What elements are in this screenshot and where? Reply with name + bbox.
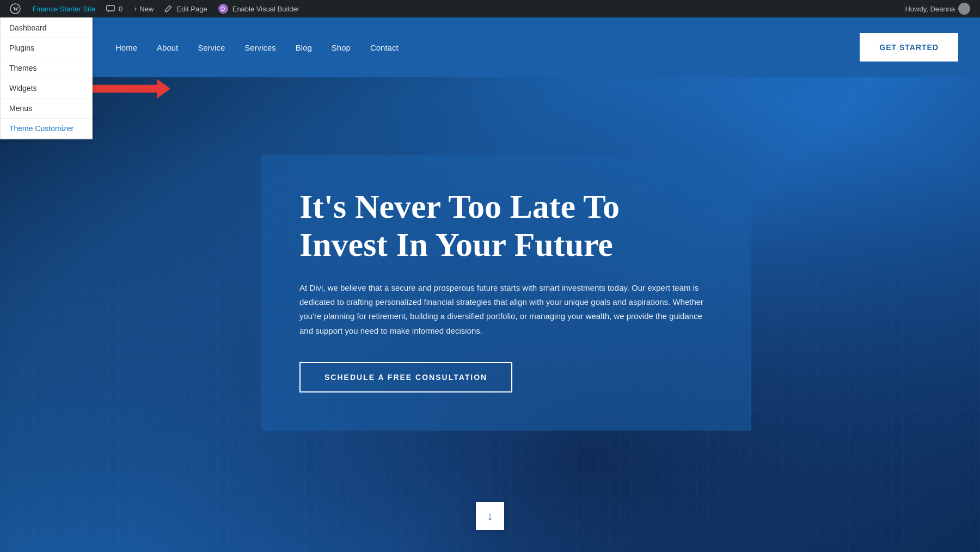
comment-bubble-icon <box>106 5 117 13</box>
dropdown-dashboard[interactable]: Dashboard <box>1 18 92 38</box>
hero-section: It's Never Too Late To Invest In Your Fu… <box>0 77 980 552</box>
scroll-down-button[interactable]: ↓ <box>476 502 504 530</box>
arrow-shape <box>81 79 170 99</box>
hero-title: It's Never Too Late To Invest In Your Fu… <box>299 188 713 263</box>
edit-page-item[interactable]: Edit Page <box>159 0 212 17</box>
site-name-item[interactable]: Finance Starter Site <box>27 0 101 17</box>
get-started-button[interactable]: GET STARTED <box>860 33 958 62</box>
admin-bar: W Finance Starter Site 0 + New Edit Page… <box>0 0 980 17</box>
site-name-label: Finance Starter Site <box>33 5 95 13</box>
nav-service[interactable]: Service <box>198 43 225 52</box>
appearance-dropdown: Dashboard Plugins Themes Widgets Menus T… <box>0 17 93 139</box>
hero-description: At Divi, we believe that a secure and pr… <box>299 281 713 338</box>
nav-services[interactable]: Services <box>244 43 276 52</box>
svg-rect-2 <box>107 5 114 11</box>
schedule-consultation-button[interactable]: SCHEDULE A FREE CONSULTATION <box>299 362 512 392</box>
divi-icon: D <box>218 4 228 14</box>
new-label: + New <box>133 5 154 13</box>
down-arrow-icon: ↓ <box>487 509 493 523</box>
comments-count: 0 <box>119 5 122 13</box>
dropdown-menus[interactable]: Menus <box>1 99 92 119</box>
dropdown-themes[interactable]: Themes <box>1 58 92 78</box>
avatar <box>958 3 970 15</box>
new-item[interactable]: + New <box>128 0 159 17</box>
divi-builder-item[interactable]: D Enable Visual Builder <box>213 0 305 17</box>
nav-shop[interactable]: Shop <box>332 43 351 52</box>
dropdown-theme-customizer[interactable]: Theme Customizer <box>1 119 92 139</box>
howdy-item[interactable]: Howdy, Deanna <box>899 3 976 15</box>
svg-text:W: W <box>13 6 19 12</box>
nav-home[interactable]: Home <box>115 43 137 52</box>
nav-blog[interactable]: Blog <box>296 43 312 52</box>
comments-item[interactable]: 0 <box>101 0 128 17</box>
edit-label: Edit Page <box>176 5 207 13</box>
edit-icon <box>164 5 172 13</box>
dropdown-plugins[interactable]: Plugins <box>1 38 92 58</box>
arrow-indicator <box>81 79 170 99</box>
site-header: D divi Home About Service Services Blog … <box>0 17 980 77</box>
howdy-label: Howdy, Deanna <box>905 5 955 13</box>
wp-logo-item[interactable]: W <box>4 0 27 17</box>
dropdown-widgets[interactable]: Widgets <box>1 78 92 99</box>
hero-content-box: It's Never Too Late To Invest In Your Fu… <box>261 155 751 431</box>
site-nav: Home About Service Services Blog Shop Co… <box>115 43 860 52</box>
nav-about[interactable]: About <box>157 43 178 52</box>
nav-contact[interactable]: Contact <box>370 43 399 52</box>
divi-label: Enable Visual Builder <box>232 5 299 13</box>
